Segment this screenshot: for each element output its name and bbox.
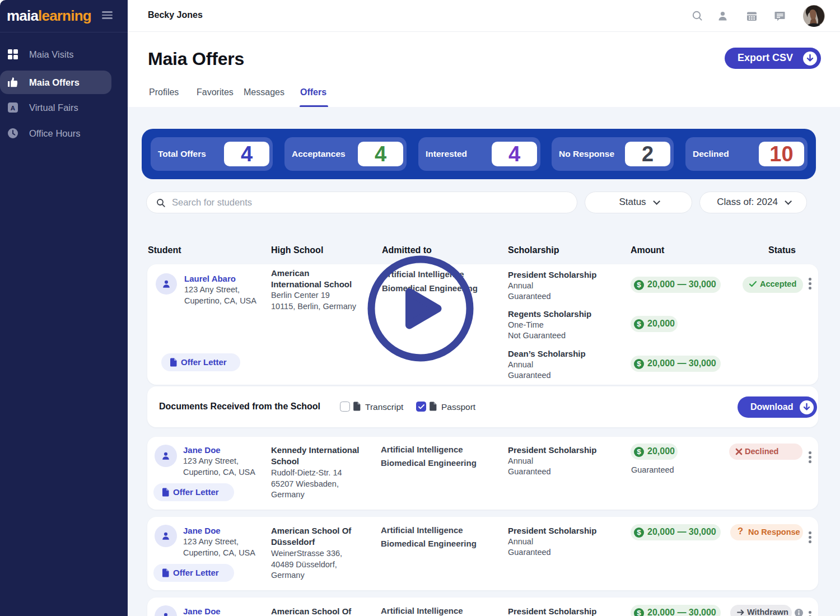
svg-text:A: A	[11, 105, 15, 111]
